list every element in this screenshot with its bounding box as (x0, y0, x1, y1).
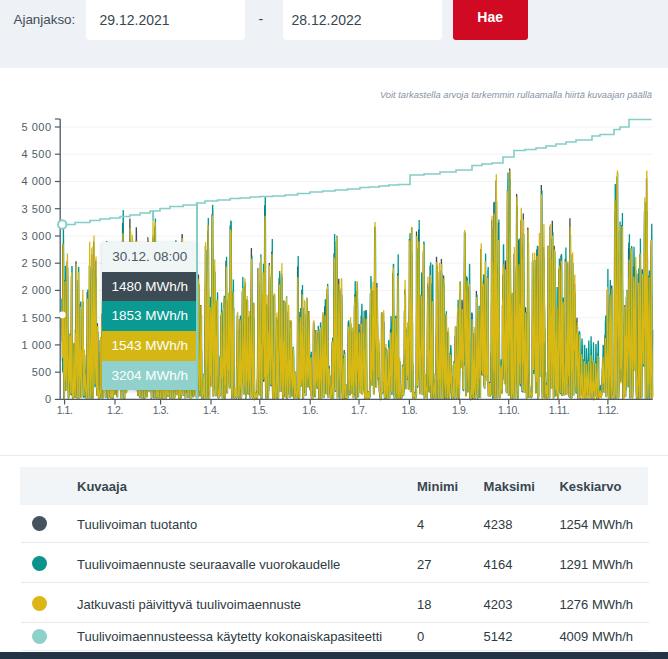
svg-text:1.4.: 1.4. (203, 404, 219, 416)
svg-text:2 000: 2 000 (21, 284, 51, 296)
svg-text:1.9.: 1.9. (452, 404, 468, 416)
svg-text:1.7.: 1.7. (351, 404, 367, 416)
svg-text:500: 500 (32, 366, 52, 378)
svg-text:1.1.: 1.1. (57, 404, 73, 416)
svg-text:1.3.: 1.3. (153, 404, 169, 416)
svg-text:4 000: 4 000 (21, 175, 51, 187)
svg-text:1 000: 1 000 (21, 339, 51, 351)
svg-text:1.10.: 1.10. (498, 404, 519, 416)
svg-text:1.12.: 1.12. (597, 404, 618, 416)
svg-text:1.5.: 1.5. (252, 404, 268, 416)
svg-text:1.11.: 1.11. (549, 404, 570, 416)
svg-text:3 500: 3 500 (21, 203, 51, 215)
svg-text:3 000: 3 000 (21, 230, 51, 242)
svg-text:0: 0 (45, 393, 52, 405)
svg-text:1.6.: 1.6. (302, 404, 318, 416)
svg-text:5 000: 5 000 (21, 121, 51, 133)
svg-text:2 500: 2 500 (21, 257, 51, 269)
svg-text:1.2.: 1.2. (107, 404, 123, 416)
svg-text:4 500: 4 500 (21, 148, 51, 160)
svg-text:1 500: 1 500 (21, 312, 51, 324)
svg-text:1.8.: 1.8. (401, 404, 417, 416)
